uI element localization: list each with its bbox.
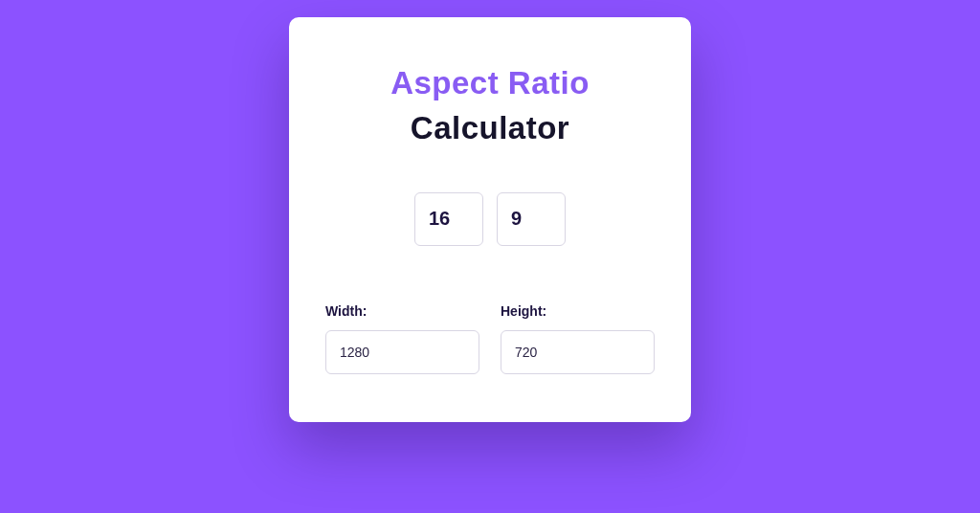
ratio-row <box>325 192 655 246</box>
width-label: Width: <box>325 303 479 319</box>
ratio-height-input[interactable] <box>497 192 566 246</box>
width-input[interactable] <box>325 330 479 374</box>
title-line-2: Calculator <box>325 108 655 147</box>
dimensions-row: Width: Height: <box>325 303 655 374</box>
calculator-card: Aspect Ratio Calculator Width: Height: <box>289 17 691 422</box>
width-column: Width: <box>325 303 479 374</box>
title-line-1: Aspect Ratio <box>325 63 655 102</box>
height-column: Height: <box>501 303 655 374</box>
height-label: Height: <box>501 303 655 319</box>
app-title: Aspect Ratio Calculator <box>325 63 655 148</box>
height-input[interactable] <box>501 330 655 374</box>
ratio-width-input[interactable] <box>414 192 483 246</box>
